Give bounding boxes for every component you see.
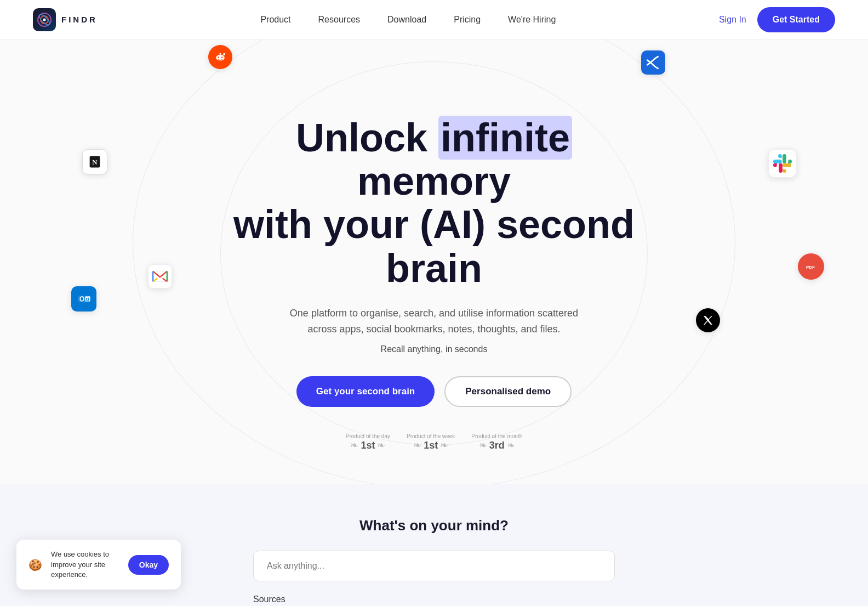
svg-point-5 [216, 55, 225, 60]
pdf-icon: PDF [798, 253, 824, 280]
navbar: FINDR Product Resources Download Pricing… [0, 0, 868, 39]
hero-awards: Product of the day ❧ 1st ❧ Product of th… [346, 433, 522, 451]
award-day-rank: 1st [361, 440, 375, 451]
hero-tagline: Recall anything, in seconds [381, 344, 488, 354]
laurel-left-week-icon: ❧ [413, 439, 421, 451]
reddit-icon [208, 45, 232, 69]
svg-point-7 [221, 56, 223, 58]
award-month-rank: 3rd [489, 440, 505, 451]
nav-download[interactable]: Download [387, 15, 426, 25]
nav-pricing[interactable]: Pricing [454, 15, 481, 25]
cookie-emoji-icon: 🍪 [28, 558, 42, 571]
hero-subtitle: One platform to organise, search, and ut… [281, 305, 587, 337]
laurel-left-month-icon: ❧ [479, 439, 487, 451]
svg-point-9 [219, 53, 221, 55]
award-month-laurel: ❧ 3rd ❧ [479, 439, 515, 451]
award-week: Product of the week ❧ 1st ❧ [407, 433, 455, 451]
hero-title: Unlock infinite memory with your (AI) se… [220, 116, 648, 290]
hero-title-part1: Unlock [296, 116, 438, 160]
nav-resources[interactable]: Resources [318, 15, 360, 25]
laurel-right-month-icon: ❧ [507, 439, 515, 451]
laurel-left-icon: ❧ [350, 439, 358, 451]
sources-label: Sources [253, 594, 285, 604]
hero-content: Unlock infinite memory with your (AI) se… [220, 116, 648, 451]
search-input[interactable] [253, 551, 615, 581]
notion-icon: N [82, 149, 107, 174]
hero-buttons: Get your second brain Personalised demo [296, 376, 572, 407]
logo-icon [33, 8, 56, 31]
hero-title-highlight: infinite [438, 116, 572, 160]
svg-text:O: O [86, 297, 89, 302]
award-day-laurel: ❧ 1st ❧ [350, 439, 385, 451]
svg-point-6 [218, 56, 219, 58]
award-month: Product of the month ❧ 3rd ❧ [471, 433, 522, 451]
award-month-label: Product of the month [471, 433, 522, 439]
nav-hiring[interactable]: We're Hiring [508, 15, 556, 25]
hero-section: N [0, 39, 868, 484]
confluence-icon [641, 50, 665, 75]
brand-name: FINDR [61, 15, 98, 24]
hero-title-part2: memory [357, 159, 511, 203]
svg-point-2 [43, 18, 46, 21]
gmail-icon [148, 264, 172, 288]
nav-actions: Sign In Get Started [719, 7, 835, 32]
cookie-text: We use cookies to improve your site expe… [51, 550, 119, 580]
nav-product[interactable]: Product [260, 15, 290, 25]
cookie-okay-button[interactable]: Okay [128, 555, 169, 575]
laurel-right-icon: ❧ [377, 439, 385, 451]
award-day-label: Product of the day [346, 433, 390, 439]
award-day: Product of the day ❧ 1st ❧ [346, 433, 390, 451]
cta-primary-button[interactable]: Get your second brain [296, 376, 435, 407]
svg-point-15 [81, 297, 83, 301]
x-icon [696, 308, 720, 332]
svg-text:PDF: PDF [806, 265, 815, 270]
get-started-button[interactable]: Get Started [757, 7, 835, 32]
award-week-label: Product of the week [407, 433, 455, 439]
svg-text:N: N [92, 158, 98, 166]
slack-icon [768, 149, 797, 178]
award-week-rank: 1st [424, 440, 438, 451]
logo[interactable]: FINDR [33, 8, 98, 31]
award-week-laurel: ❧ 1st ❧ [413, 439, 448, 451]
search-section-title: What's on your mind? [359, 517, 509, 534]
hero-title-line2: with your (AI) second brain [233, 202, 635, 290]
outlook-icon: O [71, 286, 96, 312]
cookie-banner: 🍪 We use cookies to improve your site ex… [16, 540, 181, 590]
sign-in-button[interactable]: Sign In [719, 15, 746, 25]
cta-secondary-button[interactable]: Personalised demo [444, 376, 572, 407]
nav-links: Product Resources Download Pricing We're… [260, 15, 556, 25]
laurel-right-week-icon: ❧ [440, 439, 448, 451]
